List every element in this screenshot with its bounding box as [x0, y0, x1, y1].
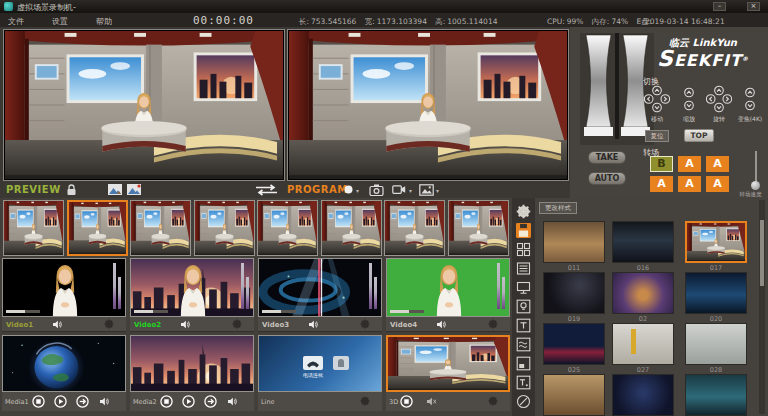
transition-button-a2[interactable]: A	[706, 156, 729, 172]
image-dropdown-caret[interactable]: ▾	[436, 187, 439, 194]
dim-height-value: 1005.114014	[447, 17, 497, 26]
speaker-icon[interactable]	[227, 397, 238, 406]
play-button[interactable]	[54, 395, 67, 408]
gallery-item[interactable]	[543, 272, 605, 314]
record-dropdown-caret[interactable]: ▾	[356, 187, 359, 194]
scene-thumb-7[interactable]	[384, 200, 445, 256]
transition-button-b[interactable]: B	[650, 156, 673, 172]
scene-thumb-6[interactable]	[321, 200, 382, 256]
window-frame-icon[interactable]	[516, 356, 531, 371]
background-image-2-icon[interactable]	[127, 184, 141, 195]
menu-file[interactable]: 文件	[8, 16, 24, 27]
title-text-icon[interactable]	[516, 318, 531, 333]
transition-button-a1[interactable]: A	[678, 156, 701, 172]
top-button[interactable]: TOP	[684, 129, 714, 142]
record-icon[interactable]	[344, 185, 353, 194]
gallery-scrollbar-thumb[interactable]	[760, 220, 764, 286]
save-floppy-icon[interactable]	[516, 223, 531, 238]
stop-button[interactable]	[160, 395, 173, 408]
menu-help[interactable]: 帮助	[96, 16, 112, 27]
minimize-button[interactable]: –	[713, 2, 726, 11]
cpu-value: 99%	[567, 17, 584, 26]
video1-thumbnail[interactable]	[2, 258, 126, 317]
video2-thumbnail[interactable]	[130, 258, 254, 317]
speaker-muted-icon[interactable]	[426, 397, 437, 406]
video-capture-icon[interactable]	[392, 184, 406, 195]
play-button[interactable]	[182, 395, 195, 408]
source-settings-gear-icon[interactable]	[360, 319, 370, 329]
scene-thumb-1[interactable]	[3, 200, 64, 256]
gallery-item[interactable]	[543, 221, 605, 263]
add-scene-grid-icon[interactable]	[516, 242, 531, 257]
zoom-dpad[interactable]	[737, 85, 763, 113]
gallery-item[interactable]	[612, 272, 674, 314]
media1-thumbnail[interactable]	[2, 335, 126, 392]
speaker-icon[interactable]	[180, 320, 191, 329]
lock-icon[interactable]	[66, 184, 77, 196]
move-dpad[interactable]	[644, 85, 670, 113]
stop-button[interactable]	[32, 395, 45, 408]
subtitle-text-icon[interactable]	[516, 375, 531, 390]
source-settings-gear-icon[interactable]	[104, 319, 114, 329]
next-button[interactable]	[76, 395, 89, 408]
gallery-item-selected[interactable]	[685, 221, 747, 263]
video-dropdown-caret[interactable]: ▾	[409, 187, 412, 194]
gallery-tab[interactable]: 更改样式	[539, 202, 577, 214]
source-settings-gear-icon[interactable]	[232, 319, 242, 329]
gallery-item[interactable]	[685, 323, 747, 365]
gallery-item[interactable]	[685, 374, 747, 416]
auto-button[interactable]: AUTO	[588, 172, 626, 185]
datetime: 2019-03-14 16:48:21	[645, 17, 725, 26]
background-image-1-icon[interactable]	[108, 184, 122, 195]
media2-thumbnail[interactable]	[130, 335, 254, 392]
reset-button[interactable]: 复位	[645, 130, 669, 142]
lighting-bulb-icon[interactable]	[516, 299, 531, 314]
audio-meter	[502, 277, 505, 309]
settings-gear-icon[interactable]	[516, 204, 531, 219]
video3-thumbnail[interactable]	[258, 258, 382, 317]
scale-dpad[interactable]	[676, 85, 702, 113]
draw-pen-icon[interactable]	[516, 394, 531, 409]
scene-thumb-2-selected[interactable]	[67, 200, 128, 256]
gallery-item[interactable]	[612, 323, 674, 365]
gallery-item[interactable]	[612, 374, 674, 416]
gallery-scrollbar[interactable]	[759, 200, 765, 414]
audio-meter	[497, 263, 500, 309]
transition-speed-knob[interactable]	[751, 181, 760, 190]
progress-bar	[390, 310, 424, 313]
snapshot-camera-icon[interactable]	[369, 184, 384, 196]
transition-button-a4[interactable]: A	[678, 176, 701, 192]
scene-thumb-4[interactable]	[194, 200, 255, 256]
take-button[interactable]: TAKE	[588, 151, 626, 164]
gallery-item[interactable]	[543, 323, 605, 365]
transition-button-a5[interactable]: A	[706, 176, 729, 192]
transition-button-a3[interactable]: A	[650, 176, 673, 192]
monitor-display-icon[interactable]	[516, 280, 531, 295]
speaker-icon[interactable]	[52, 320, 63, 329]
scene-thumb-8[interactable]	[448, 200, 509, 256]
close-button[interactable]: ×	[747, 2, 760, 11]
speaker-icon[interactable]	[436, 320, 447, 329]
3d-scene-thumbnail[interactable]	[386, 335, 510, 392]
video4-thumbnail[interactable]	[386, 258, 510, 317]
speaker-icon[interactable]	[308, 320, 319, 329]
rotate-dpad[interactable]	[706, 85, 732, 113]
scene-thumb-3[interactable]	[130, 200, 191, 256]
next-button[interactable]	[204, 395, 217, 408]
gallery-item[interactable]	[612, 221, 674, 263]
source-settings-gear-icon[interactable]	[488, 319, 498, 329]
source-settings-gear-icon[interactable]	[360, 396, 370, 406]
gallery-item[interactable]	[543, 374, 605, 416]
menu-settings[interactable]: 设置	[52, 16, 68, 27]
line-thumbnail[interactable]: 电话连线	[258, 335, 382, 392]
source-settings-gear-icon[interactable]	[488, 396, 498, 406]
gallery-item[interactable]	[685, 272, 747, 314]
speaker-icon[interactable]	[99, 397, 110, 406]
layers-effects-icon[interactable]	[516, 337, 531, 352]
swap-bus-icon[interactable]	[253, 184, 280, 196]
scene-thumb-5[interactable]	[257, 200, 318, 256]
video2-label-bar: Video2	[130, 317, 254, 332]
image-export-icon[interactable]	[419, 184, 434, 196]
stop-button[interactable]	[400, 395, 413, 408]
list-icon[interactable]	[516, 261, 531, 276]
